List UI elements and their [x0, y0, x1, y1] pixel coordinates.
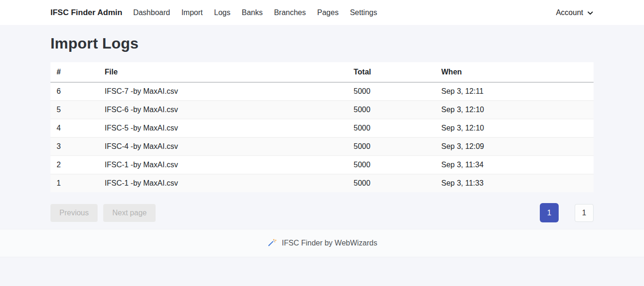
cell-when: Sep 3, 12:11	[435, 82, 594, 101]
footer-text: IFSC Finder by WebWizards	[282, 239, 377, 247]
cell-when: Sep 3, 11:33	[435, 174, 594, 193]
cell-total: 5000	[347, 138, 435, 156]
cell-when: Sep 3, 12:10	[435, 101, 594, 119]
cell-total: 5000	[347, 82, 435, 101]
nav-link-branches[interactable]: Branches	[268, 6, 312, 20]
cell-file: IFSC-1 -by MaxAI.csv	[99, 156, 347, 174]
cell-file: IFSC-6 -by MaxAI.csv	[99, 101, 347, 119]
next-page-button[interactable]: Next page	[103, 204, 156, 222]
column-header: File	[99, 62, 347, 82]
top-navbar: IFSC Finder Admin DashboardImportLogsBan…	[0, 0, 644, 25]
import-logs-table-card: #FileTotalWhen 6 IFSC-7 -by MaxAI.csv 50…	[50, 62, 594, 192]
account-label: Account	[556, 8, 583, 17]
cell-file: IFSC-1 -by MaxAI.csv	[99, 174, 347, 193]
nav-link-logs[interactable]: Logs	[208, 6, 236, 20]
column-header: Total	[347, 62, 435, 82]
page-title: Import Logs	[50, 35, 594, 52]
nav-link-dashboard[interactable]: Dashboard	[127, 6, 175, 20]
table-row: 6 IFSC-7 -by MaxAI.csv 5000 Sep 3, 12:11	[50, 82, 594, 101]
pagination-bar: Previous Next page 1 1	[50, 203, 594, 222]
nav-link-import[interactable]: Import	[176, 6, 208, 20]
previous-button[interactable]: Previous	[50, 204, 98, 222]
cell-id: 1	[50, 174, 99, 193]
column-header: #	[50, 62, 99, 82]
cell-when: Sep 3, 12:10	[435, 119, 594, 138]
column-header: When	[435, 62, 594, 82]
cell-total: 5000	[347, 119, 435, 138]
nav-link-banks[interactable]: Banks	[236, 6, 268, 20]
table-row: 5 IFSC-6 -by MaxAI.csv 5000 Sep 3, 12:10	[50, 101, 594, 119]
table-row: 2 IFSC-1 -by MaxAI.csv 5000 Sep 3, 11:34	[50, 156, 594, 174]
cell-file: IFSC-5 -by MaxAI.csv	[99, 119, 347, 138]
cell-when: Sep 3, 11:34	[435, 156, 594, 174]
nav-link-settings[interactable]: Settings	[344, 6, 383, 20]
page-button-active[interactable]: 1	[540, 203, 559, 222]
cell-total: 5000	[347, 101, 435, 119]
cell-id: 4	[50, 119, 99, 138]
cell-id: 2	[50, 156, 99, 174]
table-row: 1 IFSC-1 -by MaxAI.csv 5000 Sep 3, 11:33	[50, 174, 594, 193]
table-row: 4 IFSC-5 -by MaxAI.csv 5000 Sep 3, 12:10	[50, 119, 594, 138]
account-dropdown-toggle[interactable]: Account	[556, 8, 594, 17]
bottom-spacer	[0, 257, 644, 281]
cell-when: Sep 3, 12:09	[435, 138, 594, 156]
main-nav: DashboardImportLogsBanksBranchesPagesSet…	[127, 6, 383, 20]
table-row: 3 IFSC-4 -by MaxAI.csv 5000 Sep 3, 12:09	[50, 138, 594, 156]
magic-wand-icon	[267, 237, 277, 249]
main-content: Import Logs #FileTotalWhen 6 IFSC-7 -by …	[0, 25, 644, 222]
brand-link[interactable]: IFSC Finder Admin	[50, 8, 122, 17]
table-header-row: #FileTotalWhen	[50, 62, 594, 82]
cell-total: 5000	[347, 174, 435, 193]
cell-id: 5	[50, 101, 99, 119]
chevron-down-icon	[587, 10, 594, 16]
cell-id: 3	[50, 138, 99, 156]
import-logs-table: #FileTotalWhen 6 IFSC-7 -by MaxAI.csv 50…	[50, 62, 594, 192]
cell-id: 6	[50, 82, 99, 101]
page-button-last[interactable]: 1	[575, 204, 594, 222]
footer: IFSC Finder by WebWizards	[0, 229, 644, 257]
cell-file: IFSC-4 -by MaxAI.csv	[99, 138, 347, 156]
cell-total: 5000	[347, 156, 435, 174]
table-body: 6 IFSC-7 -by MaxAI.csv 5000 Sep 3, 12:11…	[50, 82, 594, 193]
nav-link-pages[interactable]: Pages	[312, 6, 344, 20]
cell-file: IFSC-7 -by MaxAI.csv	[99, 82, 347, 101]
